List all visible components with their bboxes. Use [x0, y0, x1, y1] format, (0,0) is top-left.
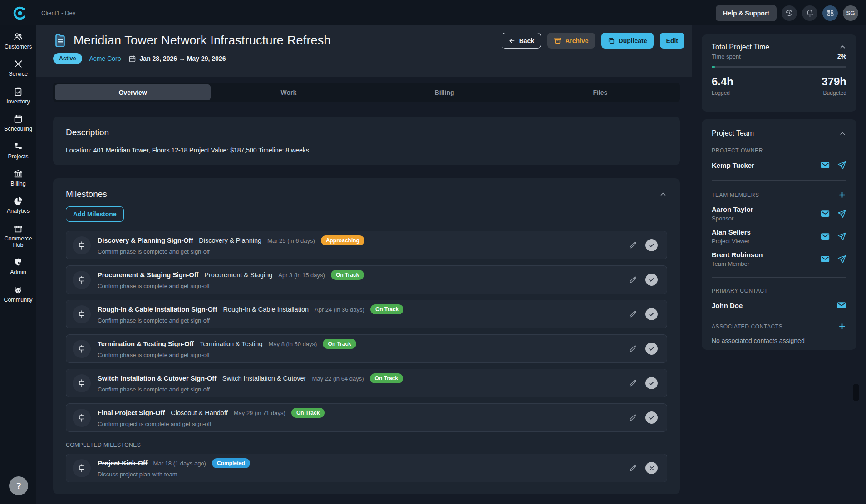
- milestones-card: Milestones Add Milestone Discovery & Pla…: [53, 178, 680, 494]
- sidebar-nav: Customers Service Inventory Scheduling P…: [0, 25, 36, 504]
- add-associated-contact-button[interactable]: [838, 322, 846, 331]
- sidebar-item-service[interactable]: Service: [0, 59, 36, 77]
- milestone-title: Switch Installation & Cutover Sign-Off: [98, 375, 216, 382]
- logged-hours-label: Logged: [712, 90, 733, 96]
- tab-overview[interactable]: Overview: [55, 84, 211, 100]
- pencil-icon: [629, 379, 637, 387]
- edit-milestone-button[interactable]: [629, 379, 637, 387]
- back-button[interactable]: Back: [502, 33, 541, 49]
- sidebar-item-inventory[interactable]: Inventory: [0, 87, 36, 105]
- person-name: John Doe: [712, 302, 743, 309]
- archive-button[interactable]: Archive: [547, 33, 595, 49]
- status-badge: Active: [53, 53, 82, 64]
- app-logo-icon[interactable]: [12, 5, 28, 21]
- paper-plane-icon: [837, 161, 846, 170]
- notifications-button[interactable]: [802, 5, 817, 21]
- check-icon: [648, 414, 655, 421]
- complete-milestone-button[interactable]: [645, 274, 658, 286]
- milestone-phase: Rough-In & Cable Installation: [223, 306, 309, 313]
- collapse-chevron-icon[interactable]: [659, 190, 667, 198]
- sidebar-item-admin[interactable]: Admin: [0, 257, 36, 275]
- team-member-row: Aaron Taylor Sponsor: [712, 206, 846, 222]
- user-avatar[interactable]: SG: [843, 5, 858, 21]
- sidebar-item-billing[interactable]: Billing: [0, 169, 36, 187]
- analytics-icon: [13, 196, 23, 206]
- customer-link[interactable]: Acme Corp: [89, 55, 121, 62]
- envelope-icon: [836, 300, 846, 310]
- tab-files[interactable]: Files: [522, 84, 678, 100]
- sidebar-item-customers[interactable]: Customers: [0, 32, 36, 50]
- project-owner-row: Kemp Tucker: [712, 160, 846, 170]
- sidebar-item-projects[interactable]: Projects: [0, 142, 36, 160]
- milestone-note: Confirm phase is complete and get sign-o…: [98, 386, 403, 393]
- add-milestone-button[interactable]: Add Milestone: [66, 206, 124, 222]
- check-icon: [648, 345, 655, 352]
- complete-milestone-button[interactable]: [645, 377, 658, 389]
- milestone-due: Mar 18 (1 days ago): [153, 460, 206, 467]
- complete-milestone-button[interactable]: [645, 308, 658, 320]
- milestone-phase: Discovery & Planning: [199, 237, 261, 244]
- milestone-row: Procurement & Staging Sign-Off Procureme…: [66, 265, 667, 294]
- send-message-button[interactable]: [837, 232, 846, 241]
- edit-milestone-button[interactable]: [629, 310, 637, 318]
- milestone-status-badge: On Track: [370, 373, 403, 383]
- send-message-button[interactable]: [837, 254, 846, 264]
- add-team-member-button[interactable]: [838, 191, 846, 199]
- milestone-status-badge: On Track: [291, 408, 325, 418]
- apps-button[interactable]: [822, 5, 838, 21]
- date-range: Jan 28, 2026 → May 29, 2026: [128, 55, 226, 63]
- milestone-flag-icon: [73, 340, 91, 358]
- person-name: Aaron Taylor: [712, 206, 753, 213]
- milestone-status-badge: On Track: [331, 270, 364, 280]
- description-body: Location: 401 Meridian Tower, Floors 12-…: [66, 147, 667, 154]
- collapse-chevron-icon[interactable]: [839, 43, 846, 51]
- history-button[interactable]: [782, 5, 797, 21]
- sidebar-item-commerce-hub[interactable]: Commerce Hub: [0, 224, 36, 249]
- paper-plane-icon: [837, 254, 846, 264]
- scheduling-icon: [13, 114, 23, 124]
- edit-milestone-button[interactable]: [629, 275, 637, 284]
- duplicate-button[interactable]: Duplicate: [601, 33, 654, 49]
- person-name: Brent Robinson: [712, 251, 763, 259]
- edit-milestone-button[interactable]: [629, 464, 637, 472]
- edit-milestone-button[interactable]: [629, 241, 637, 250]
- email-button[interactable]: [820, 209, 830, 219]
- edit-milestone-button[interactable]: [629, 344, 637, 353]
- primary-contact-row: John Doe: [712, 300, 846, 310]
- divider: [712, 277, 846, 278]
- paper-plane-icon: [837, 232, 846, 241]
- help-support-button[interactable]: Help & Support: [716, 5, 777, 21]
- pencil-icon: [629, 275, 637, 284]
- email-button[interactable]: [836, 300, 846, 310]
- edit-milestone-button[interactable]: [629, 413, 637, 422]
- email-button[interactable]: [820, 254, 830, 264]
- tab-work[interactable]: Work: [211, 84, 366, 100]
- complete-milestone-button[interactable]: [645, 239, 658, 251]
- tab-billing[interactable]: Billing: [367, 84, 522, 100]
- primary-contact-label: PRIMARY CONTACT: [712, 288, 768, 294]
- associated-contacts-label: ASSOCIATED CONTACTS: [712, 323, 782, 330]
- scrollbar-thumb[interactable]: [853, 384, 859, 401]
- edit-button[interactable]: Edit: [660, 33, 684, 49]
- help-fab-button[interactable]: ?: [9, 476, 28, 495]
- sidebar-item-community[interactable]: Community: [0, 285, 36, 303]
- team-panel-title: Project Team: [712, 129, 754, 137]
- send-message-button[interactable]: [837, 161, 846, 170]
- milestone-note: Confirm phase is complete and get sign-o…: [98, 283, 364, 289]
- send-message-button[interactable]: [837, 209, 846, 219]
- plus-icon: [838, 322, 846, 331]
- archive-icon: [554, 37, 561, 44]
- uncomplete-milestone-button[interactable]: [645, 462, 658, 474]
- email-button[interactable]: [820, 231, 830, 241]
- collapse-chevron-icon[interactable]: [839, 130, 846, 137]
- complete-milestone-button[interactable]: [645, 343, 658, 355]
- milestone-phase: Closeout & Handoff: [171, 409, 227, 416]
- complete-milestone-button[interactable]: [645, 411, 658, 424]
- sidebar-item-scheduling[interactable]: Scheduling: [0, 114, 36, 132]
- milestone-due: May 29 (in 71 days): [234, 410, 285, 416]
- envelope-icon: [820, 160, 830, 170]
- sidebar-item-analytics[interactable]: Analytics: [0, 196, 36, 214]
- pencil-icon: [629, 464, 637, 472]
- pencil-icon: [629, 241, 637, 250]
- email-button[interactable]: [820, 160, 830, 170]
